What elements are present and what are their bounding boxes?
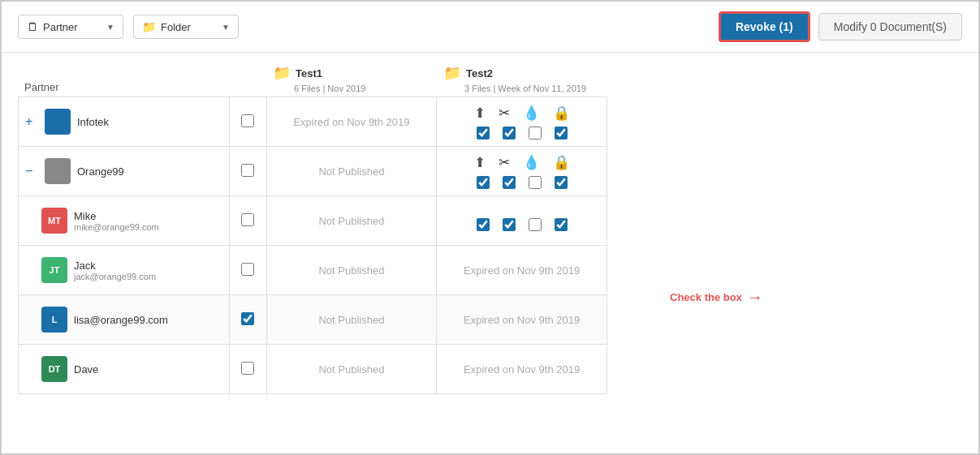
partner-email: jack@orange99.com	[74, 272, 156, 281]
side-panel: ↑ Click here to revoke access Check the …	[735, 53, 978, 453]
folder2-header: 📁 Test2 3 Files | Week of Nov 11, 2019	[437, 61, 607, 97]
folder2-status: Expired on Nov 9th 2019	[464, 314, 580, 326]
avatar	[45, 109, 71, 135]
partner-name: Jack	[74, 260, 156, 272]
icon-cb2[interactable]	[503, 218, 516, 231]
folder1-status: Not Published	[318, 215, 384, 227]
check-hint-text: Check the box	[670, 291, 742, 303]
folder1-meta: 6 Files | Nov 2019	[294, 84, 430, 93]
avatar: MT	[41, 208, 67, 234]
partner-icon: 🗒	[27, 20, 38, 33]
partner-name: Infotek	[77, 116, 109, 128]
row-checkbox[interactable]	[241, 213, 254, 226]
folder-label: Folder	[161, 21, 217, 33]
partner-table: + Infotek Expired on Nov 9th 2019	[18, 97, 607, 394]
icon-cb1[interactable]	[477, 218, 490, 231]
chevron-down-icon-2: ▼	[222, 23, 230, 32]
folder1-status: Expired on Nov 9th 2019	[293, 116, 409, 128]
upload-icon: ⬆	[474, 105, 486, 122]
partner-name: lisa@orange99.com	[74, 314, 168, 326]
collapse-icon[interactable]: −	[25, 164, 38, 178]
icon-cb1[interactable]	[477, 127, 490, 140]
check-hint-area: Check the box →	[670, 288, 763, 307]
icon-cb4[interactable]	[555, 176, 568, 189]
icon-cb3[interactable]	[529, 127, 542, 140]
icon-cb3[interactable]	[529, 218, 542, 231]
partner-name: Orange99	[77, 165, 124, 178]
icon-cb2[interactable]	[503, 127, 516, 140]
table-row: − Orange99 Not Published	[19, 147, 607, 196]
lock-icon: 🔒	[553, 105, 570, 122]
chevron-down-icon: ▼	[106, 23, 114, 32]
folder2-icons-cell	[437, 196, 607, 246]
row-checkbox[interactable]	[241, 362, 254, 375]
avatar: L	[41, 307, 67, 333]
right-arrow-icon: →	[747, 288, 763, 307]
folder2-icons-cell: ⬆ ✂ 💧 🔒	[437, 147, 607, 196]
folder1-status: Not Published	[318, 165, 384, 178]
partner-column-header: Partner	[18, 78, 229, 97]
scissors-icon: ✂	[499, 154, 510, 171]
table-row: DT Dave Not Published	[19, 345, 607, 394]
top-bar: 🗒 Partner ▼ 📁 Folder ▼ Revoke (1) Modify…	[2, 2, 978, 53]
partner-email: mike@orange99.com	[74, 222, 159, 232]
icon-cb3[interactable]	[529, 176, 542, 189]
folder2-status: Expired on Nov 9th 2019	[464, 264, 580, 277]
table-row: + Infotek Expired on Nov 9th 2019	[19, 97, 607, 147]
avatar	[45, 158, 71, 184]
row-checkbox[interactable]	[241, 312, 254, 325]
icon-cb2[interactable]	[503, 176, 516, 189]
folder1-status: Not Published	[318, 314, 384, 326]
icon-cb4[interactable]	[555, 218, 568, 231]
table-row: L lisa@orange99.com Not Published	[19, 295, 607, 345]
table-row: JT Jack jack@orange99.com Not Publ	[19, 246, 607, 295]
folder2-icons-cell: ⬆ ✂ 💧 🔒	[437, 97, 607, 147]
upload-icon: ⬆	[474, 154, 486, 171]
scissors-icon: ✂	[499, 105, 510, 122]
drop-icon: 💧	[523, 105, 540, 122]
partner-label: Partner	[43, 21, 101, 33]
partner-name: Dave	[74, 363, 98, 376]
icon-cb4[interactable]	[555, 127, 568, 140]
modify-button[interactable]: Modify 0 Document(S)	[818, 13, 962, 41]
partner-name: Mike	[74, 210, 159, 222]
folder2-meta: 3 Files | Week of Nov 11, 2019	[464, 84, 601, 93]
folder1-icon: 📁	[273, 64, 291, 82]
folder2-icon: 📁	[443, 64, 461, 82]
folder2-status: Expired on Nov 9th 2019	[464, 363, 580, 376]
folder1-header: 📁 Test1 6 Files | Nov 2019	[266, 61, 437, 97]
table-row: MT Mike mike@orange99.com Not Publ	[19, 196, 607, 246]
expand-icon[interactable]: +	[25, 114, 38, 129]
lock-icon: 🔒	[553, 154, 570, 171]
folder-dropdown[interactable]: 📁 Folder ▼	[133, 15, 239, 39]
table-area: Partner 📁 Test1 6 Files | Nov 2019 📁 Tes…	[2, 53, 735, 453]
folder1-status: Not Published	[318, 363, 384, 376]
drop-icon: 💧	[523, 154, 540, 171]
main-content: Partner 📁 Test1 6 Files | Nov 2019 📁 Tes…	[2, 53, 978, 453]
avatar: JT	[41, 257, 67, 283]
avatar: DT	[41, 356, 67, 382]
folder1-status: Not Published	[318, 264, 384, 277]
row-checkbox[interactable]	[241, 263, 254, 276]
partner-dropdown[interactable]: 🗒 Partner ▼	[18, 15, 123, 39]
action-buttons: Revoke (1) Modify 0 Document(S)	[719, 11, 962, 42]
folder2-name: Test2	[466, 67, 493, 79]
folder1-name: Test1	[296, 67, 322, 79]
row-checkbox[interactable]	[241, 164, 254, 177]
row-checkbox[interactable]	[241, 114, 254, 127]
revoke-button[interactable]: Revoke (1)	[719, 11, 810, 42]
filter-controls: 🗒 Partner ▼ 📁 Folder ▼	[18, 15, 239, 39]
folder-icon: 📁	[142, 20, 156, 33]
icon-cb1[interactable]	[477, 176, 490, 189]
